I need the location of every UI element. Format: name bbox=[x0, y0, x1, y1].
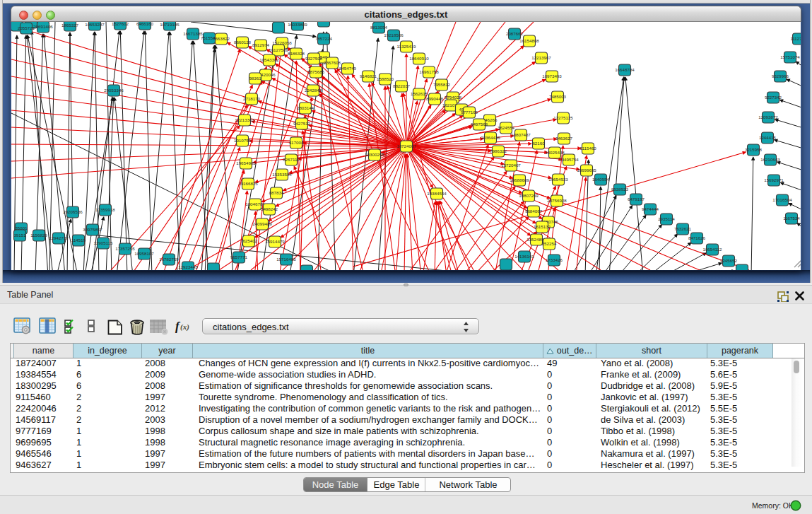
svg-text:7663822: 7663822 bbox=[213, 36, 230, 41]
svg-text:16961758: 16961758 bbox=[419, 69, 439, 74]
svg-text:9684067: 9684067 bbox=[525, 209, 543, 214]
svg-text:1244415: 1244415 bbox=[759, 135, 777, 140]
svg-text:8912974: 8912974 bbox=[252, 42, 270, 47]
svg-text:2242848: 2242848 bbox=[305, 88, 322, 93]
svg-text:12093872: 12093872 bbox=[758, 115, 778, 119]
svg-text:15751074: 15751074 bbox=[780, 54, 800, 59]
svg-text:20206536: 20206536 bbox=[63, 209, 83, 214]
svg-text:7485003: 7485003 bbox=[549, 94, 567, 99]
svg-text:1527602: 1527602 bbox=[112, 22, 129, 26]
svg-text:10719185: 10719185 bbox=[160, 22, 180, 27]
svg-text:10543362: 10543362 bbox=[259, 57, 279, 62]
svg-text:12213363: 12213363 bbox=[235, 117, 254, 122]
svg-text:1733426: 1733426 bbox=[546, 257, 563, 262]
svg-text:10807487: 10807487 bbox=[511, 132, 531, 137]
svg-text:18807269: 18807269 bbox=[519, 193, 539, 198]
svg-text:9463627: 9463627 bbox=[555, 136, 573, 141]
svg-text:6466160: 6466160 bbox=[136, 22, 154, 26]
svg-text:1562615: 1562615 bbox=[411, 91, 428, 96]
svg-text:6479197: 6479197 bbox=[628, 197, 645, 201]
svg-text:17016504: 17016504 bbox=[772, 197, 792, 202]
svg-text:9146821: 9146821 bbox=[360, 74, 377, 78]
svg-text:7632621: 7632621 bbox=[674, 226, 692, 231]
svg-text:10958107: 10958107 bbox=[134, 251, 154, 256]
svg-text:19218506: 19218506 bbox=[384, 33, 404, 37]
svg-text:19166825: 19166825 bbox=[238, 181, 258, 186]
svg-text:15716485: 15716485 bbox=[276, 257, 296, 262]
svg-text:8471626: 8471626 bbox=[688, 235, 706, 240]
svg-text:18724007: 18724007 bbox=[396, 144, 416, 148]
svg-text:10025438: 10025438 bbox=[545, 150, 565, 155]
svg-text:10688609: 10688609 bbox=[510, 177, 529, 182]
svg-text:7986322: 7986322 bbox=[490, 148, 507, 153]
svg-text:7857224: 7857224 bbox=[315, 36, 333, 41]
svg-text:8822037: 8822037 bbox=[393, 83, 411, 88]
svg-text:16782759: 16782759 bbox=[159, 257, 179, 262]
svg-text:5875685: 5875685 bbox=[307, 69, 325, 74]
svg-text:10653287: 10653287 bbox=[85, 22, 105, 27]
svg-text:20756928: 20756928 bbox=[547, 198, 567, 203]
svg-text:7955812: 7955812 bbox=[433, 82, 451, 87]
svg-text:114519: 114519 bbox=[71, 238, 86, 243]
svg-text:3215958: 3215958 bbox=[745, 147, 763, 152]
svg-text:9245652: 9245652 bbox=[720, 258, 738, 263]
svg-text:1156829: 1156829 bbox=[30, 233, 47, 238]
svg-text:15720407: 15720407 bbox=[501, 163, 521, 168]
svg-text:11325419: 11325419 bbox=[396, 44, 416, 49]
svg-text:9474444: 9474444 bbox=[642, 206, 659, 211]
svg-text:16154808: 16154808 bbox=[519, 38, 539, 43]
svg-text:12923445: 12923445 bbox=[178, 264, 198, 269]
svg-text:2803144: 2803144 bbox=[297, 105, 314, 110]
svg-text:2087662: 2087662 bbox=[506, 31, 524, 36]
svg-text:19384554: 19384554 bbox=[427, 191, 447, 196]
svg-text:10973493: 10973493 bbox=[542, 74, 562, 78]
svg-text:16648784: 16648784 bbox=[615, 67, 635, 72]
svg-text:12213967: 12213967 bbox=[531, 55, 551, 60]
svg-text:29053346: 29053346 bbox=[104, 88, 124, 93]
svg-text:1588520: 1588520 bbox=[377, 76, 394, 81]
svg-text:887834: 887834 bbox=[269, 190, 284, 195]
svg-text:9794028: 9794028 bbox=[445, 95, 462, 100]
svg-text:16210643: 16210643 bbox=[760, 157, 780, 162]
svg-text:2367608: 2367608 bbox=[324, 60, 341, 65]
svg-text:1865327: 1865327 bbox=[61, 23, 79, 28]
svg-text:12905115: 12905115 bbox=[93, 240, 113, 245]
svg-text:7625402: 7625402 bbox=[240, 238, 258, 243]
svg-text:9777169: 9777169 bbox=[461, 110, 478, 115]
svg-text:252254: 252254 bbox=[542, 241, 557, 246]
svg-text:10654112: 10654112 bbox=[702, 247, 722, 252]
svg-text:8990448: 8990448 bbox=[426, 96, 444, 101]
svg-text:9227342: 9227342 bbox=[765, 95, 782, 100]
svg-text:19654985: 19654985 bbox=[236, 160, 256, 165]
svg-text:1010755: 1010755 bbox=[234, 138, 252, 143]
svg-text:17357255: 17357255 bbox=[115, 246, 135, 251]
svg-text:19654923: 19654923 bbox=[548, 177, 568, 182]
svg-text:18300295: 18300295 bbox=[365, 152, 384, 157]
svg-text:417004: 417004 bbox=[289, 140, 304, 145]
svg-text:3624554: 3624554 bbox=[498, 125, 515, 130]
svg-text:16127509: 16127509 bbox=[269, 47, 288, 52]
svg-text:9327508: 9327508 bbox=[305, 56, 323, 61]
svg-text:30975857: 30975857 bbox=[83, 227, 102, 232]
svg-text:23495754: 23495754 bbox=[559, 157, 579, 162]
svg-text:1640954: 1640954 bbox=[592, 177, 610, 182]
svg-text:2055721: 2055721 bbox=[18, 25, 35, 30]
svg-text:1167534: 1167534 bbox=[783, 216, 800, 221]
svg-text:1615132: 1615132 bbox=[534, 224, 551, 229]
svg-text:8186328: 8186328 bbox=[288, 51, 305, 56]
svg-text:(x): (x) bbox=[180, 322, 189, 332]
svg-text:8454749: 8454749 bbox=[339, 66, 357, 71]
svg-text:9657771: 9657771 bbox=[230, 255, 248, 259]
svg-text:8813054: 8813054 bbox=[370, 25, 388, 30]
svg-text:20691406: 20691406 bbox=[33, 24, 53, 29]
svg-text:62160: 62160 bbox=[532, 141, 545, 146]
svg-text:8267110: 8267110 bbox=[283, 157, 300, 162]
svg-text:12275125: 12275125 bbox=[553, 115, 573, 120]
svg-text:8938923: 8938923 bbox=[611, 187, 629, 192]
svg-text:2718170: 2718170 bbox=[243, 96, 261, 101]
svg-text:2935114: 2935114 bbox=[658, 216, 675, 221]
svg-text:8660128: 8660128 bbox=[234, 40, 252, 45]
svg-text:14136141: 14136141 bbox=[514, 254, 534, 259]
svg-text:10046786: 10046786 bbox=[245, 201, 265, 206]
svg-text:20364436: 20364436 bbox=[481, 135, 500, 140]
